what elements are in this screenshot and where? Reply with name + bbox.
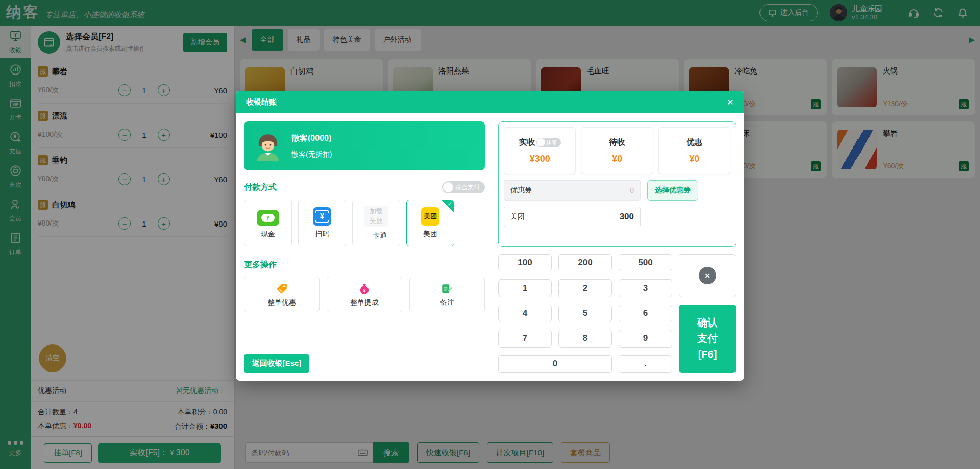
checkout-modal: 收银结账 ✕ 散客(0000) 散客(无折扣) 付款方式 联合支付: [236, 91, 744, 381]
note-pen-icon: [440, 282, 454, 295]
payment-method-cash[interactable]: ¥ 现金: [244, 200, 292, 246]
numpad-key-1[interactable]: 1: [498, 279, 552, 297]
select-coupon-button[interactable]: 选择优惠券: [647, 180, 698, 201]
received-label: 实收: [519, 137, 535, 148]
payment-summary-panel: 实收 抹零 ¥300 待收 ¥0 优惠: [498, 121, 736, 247]
stat-discount: 优惠 ¥0: [658, 127, 730, 174]
customer-card: 散客(0000) 散客(无折扣): [244, 121, 485, 170]
svg-text:¥: ¥: [363, 287, 366, 293]
payment-method-label: 扫码: [315, 230, 329, 239]
action-label: 整单提成: [350, 298, 379, 307]
check-icon: ✓: [448, 201, 452, 207]
payment-amount-field[interactable]: 美团 300: [504, 207, 641, 227]
meituan-icon: 美团: [421, 207, 439, 226]
discount-label: 优惠: [686, 137, 702, 148]
numpad-key-8[interactable]: 8: [558, 330, 612, 347]
image-load-failed-placeholder: 加载失败: [364, 206, 388, 227]
pending-value: ¥0: [612, 154, 622, 164]
numpad-key-7[interactable]: 7: [498, 330, 552, 347]
customer-avatar: [253, 131, 283, 161]
received-value: ¥300: [530, 154, 550, 164]
payment-method-label: 一卡通: [365, 231, 387, 240]
remark-button[interactable]: 备注: [409, 277, 485, 312]
numpad-key-200[interactable]: 200: [558, 254, 612, 271]
numpad-key-2[interactable]: 2: [558, 279, 612, 297]
numpad-key-4[interactable]: 4: [498, 305, 552, 322]
money-bag-icon: ¥: [358, 282, 371, 295]
backspace-icon: ✕: [699, 267, 716, 284]
coupon-count: 0: [630, 186, 634, 194]
toggle-knob: [537, 138, 545, 146]
payment-method-scan[interactable]: ¥ 扫码: [298, 200, 346, 246]
numpad-key-0[interactable]: 0: [498, 355, 612, 373]
payment-method-onecard[interactable]: 加载失败 一卡通: [352, 200, 400, 246]
numpad-key-6[interactable]: 6: [619, 305, 672, 322]
more-actions: 整单优惠 ¥ 整单提成 备注: [244, 277, 485, 312]
modal-title: 收银结账: [246, 97, 277, 107]
discount-value: ¥0: [689, 154, 699, 164]
customer-type: 散客(无折扣): [291, 150, 332, 159]
stat-pending: 待收 ¥0: [581, 127, 653, 174]
payment-method-name: 美团: [510, 212, 525, 221]
backspace-key[interactable]: ✕: [679, 254, 736, 297]
numpad-key-9[interactable]: 9: [619, 330, 672, 347]
payment-method-meituan[interactable]: ✓ 美团 美团: [406, 200, 454, 246]
payment-method-label: 付款方式: [244, 182, 277, 193]
numpad-key-5[interactable]: 5: [558, 305, 612, 322]
back-to-cashier-button[interactable]: 返回收银[Esc]: [244, 354, 309, 373]
payment-methods: ¥ 现金 ¥ 扫码 加载失败 一卡通 ✓ 美团 美团: [244, 200, 485, 246]
union-pay-toggle[interactable]: 联合支付: [442, 181, 485, 193]
payment-method-label: 现金: [261, 230, 275, 239]
toggle-knob: [443, 182, 453, 192]
numpad-key-dot[interactable]: .: [619, 355, 672, 373]
order-discount-button[interactable]: 整单优惠: [244, 277, 320, 312]
numpad-key-3[interactable]: 3: [619, 279, 672, 297]
order-commission-button[interactable]: ¥ 整单提成: [327, 277, 402, 312]
numpad-key-100[interactable]: 100: [498, 254, 552, 271]
cash-icon: ¥: [257, 210, 279, 226]
confirm-pay-button[interactable]: 确认 支付 [F6]: [679, 305, 736, 373]
modal-header: 收银结账 ✕: [236, 91, 744, 113]
stat-received: 实收 抹零 ¥300: [504, 127, 576, 174]
coupon-field[interactable]: 优惠券 0: [504, 180, 641, 201]
pending-label: 待收: [609, 137, 625, 148]
close-icon[interactable]: ✕: [727, 98, 734, 107]
more-actions-label: 更多操作: [244, 260, 277, 270]
payment-method-label: 美团: [423, 230, 437, 239]
numpad-key-500[interactable]: 500: [619, 254, 672, 271]
payment-amount-value: 300: [620, 212, 634, 222]
round-off-toggle[interactable]: 抹零: [536, 138, 561, 147]
action-label: 整单优惠: [267, 298, 296, 307]
coupon-label: 优惠券: [510, 186, 532, 195]
discount-tag-icon: [275, 282, 288, 295]
numpad: 100 200 500 ✕ 1 2 3 4 5 6 确认 支付 [F6]: [498, 254, 736, 373]
action-label: 备注: [440, 298, 454, 307]
qr-scan-icon: ¥: [313, 207, 331, 226]
customer-name: 散客(0000): [291, 133, 332, 144]
